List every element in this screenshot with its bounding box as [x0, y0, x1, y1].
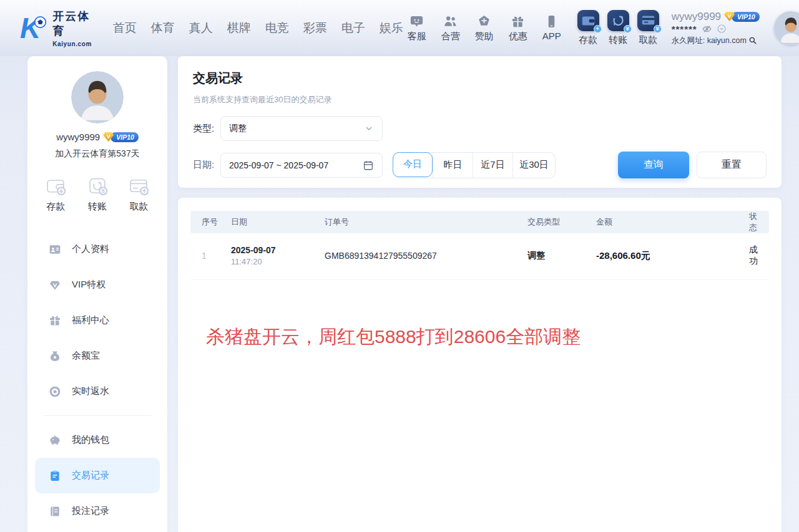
- sidebar-item-label: 实时返水: [72, 385, 109, 397]
- col-header-amount: 金额: [596, 216, 749, 228]
- date-filter-row: 日期: 2025-09-07 ~ 2025-09-07 今日 昨日 近7日 近3…: [193, 152, 767, 178]
- type-select[interactable]: 调整: [220, 116, 383, 141]
- transfer-icon: ¥: [607, 10, 629, 31]
- date-range-presets: 今日 昨日 近7日 近30日: [393, 152, 556, 178]
- sponsor-link[interactable]: 赞助: [474, 14, 495, 42]
- promotions-link[interactable]: 优惠: [507, 14, 529, 42]
- topbar: K 开云体育 Kaiyun.com 首页 体育 真人 棋牌 电竞 彩票 电子 娱…: [0, 0, 799, 56]
- permanent-url-label: 永久网址: kaiyun.com: [672, 36, 747, 46]
- quick-link-label: 合营: [441, 31, 460, 42]
- sidebar-item-wallet[interactable]: 我的钱包: [35, 422, 160, 458]
- nav-item-live[interactable]: 真人: [186, 17, 216, 39]
- range-today-button[interactable]: 今日: [393, 152, 433, 177]
- logo-k-mark: K: [19, 12, 47, 44]
- red-annotation-text: 杀猪盘开云，周红包5888打到28606全部调整: [206, 324, 581, 350]
- sidebar-item-label: 福利中心: [72, 314, 109, 326]
- sidebar-item-label: 交易记录: [72, 470, 109, 481]
- piggy-bank-icon: [49, 434, 61, 447]
- app-download-link[interactable]: APP: [541, 14, 562, 42]
- date-range-input[interactable]: 2025-09-07 ~ 2025-09-07: [220, 153, 383, 178]
- nav-item-esports[interactable]: 电竞: [262, 17, 292, 39]
- logo-text: 开云体育 Kaiyun.com: [52, 9, 96, 47]
- sidebar-username: wywy9999: [56, 132, 100, 142]
- page-body: wywy9999 V VIP10 加入开云体育第537天 存款: [0, 56, 799, 532]
- sidebar-item-label: 我的钱包: [72, 434, 109, 446]
- transfer-button[interactable]: ¥ 转账: [607, 10, 629, 46]
- gift-icon: [511, 14, 525, 29]
- sidebar-transfer-button[interactable]: 转账: [86, 175, 109, 213]
- deposit-button[interactable]: + 存款: [577, 10, 599, 46]
- sidebar-item-bets[interactable]: 投注记录: [35, 493, 160, 529]
- range-7days-button[interactable]: 近7日: [473, 153, 512, 178]
- quick-action-label: 取款: [130, 201, 149, 213]
- quick-link-label: 赞助: [475, 31, 494, 42]
- sidebar-item-label: 余额宝: [72, 350, 100, 362]
- brand-logo[interactable]: K 开云体育 Kaiyun.com: [19, 9, 96, 47]
- sidebar-item-welfare[interactable]: 福利中心: [35, 302, 160, 338]
- quick-links: 客服 合营 赞助: [406, 14, 562, 42]
- cell-index: 1: [190, 251, 231, 261]
- withdraw-button[interactable]: ¥ 取款: [637, 10, 659, 46]
- page-subtitle: 当前系统支持查询最近30日的交易记录: [193, 94, 767, 105]
- sidebar-item-rebate[interactable]: 实时返水: [35, 374, 160, 409]
- avatar[interactable]: [774, 11, 799, 45]
- clipboard-icon: [49, 470, 61, 482]
- nav-item-sports[interactable]: 体育: [148, 17, 178, 39]
- eye-off-icon[interactable]: [702, 24, 712, 34]
- type-filter-row: 类型: 调整: [193, 116, 767, 141]
- transactions-table-card: 序号 日期 订单号 交易类型 金额 状态 1 2025-09-07 11:47:…: [178, 198, 782, 532]
- calendar-icon[interactable]: [363, 160, 374, 171]
- sidebar-item-label: 个人资料: [72, 243, 109, 255]
- quick-link-label: APP: [542, 31, 561, 41]
- avatar-image: [71, 71, 124, 123]
- sidebar: wywy9999 V VIP10 加入开云体育第537天 存款: [27, 56, 167, 532]
- transfer-icon: [86, 175, 109, 198]
- vip-level-label: VIP10: [732, 12, 760, 22]
- filter-card: 交易记录 当前系统支持查询最近30日的交易记录 类型: 调整 日期: 2025-…: [178, 56, 782, 188]
- gem-icon: [49, 279, 61, 291]
- sidebar-item-profile[interactable]: 个人资料: [35, 231, 160, 267]
- sidebar-item-yuebao[interactable]: 余额宝: [35, 338, 160, 374]
- range-30days-button[interactable]: 近30日: [512, 153, 555, 178]
- brand-name: 开云体育: [52, 9, 96, 39]
- partners-link[interactable]: 合营: [440, 14, 461, 42]
- username: wywy9999: [672, 11, 721, 23]
- sidebar-item-transactions[interactable]: 交易记录: [35, 458, 160, 493]
- sidebar-quick-actions: 存款 转账: [27, 175, 167, 213]
- nav-item-chess[interactable]: 棋牌: [224, 17, 254, 39]
- table-row: 1 2025-09-07 11:47:20 GMB689139412795550…: [190, 233, 769, 280]
- col-header-index: 序号: [190, 216, 231, 228]
- range-yesterday-button[interactable]: 昨日: [433, 153, 473, 178]
- type-select-value: 调整: [229, 123, 364, 134]
- sidebar-avatar: [71, 71, 124, 123]
- nav-item-lottery[interactable]: 彩票: [300, 17, 330, 39]
- topbar-right: 客服 合营 赞助: [406, 10, 799, 46]
- cell-transaction-type: 调整: [527, 250, 596, 261]
- reset-button[interactable]: 重置: [697, 152, 767, 178]
- customer-service-link[interactable]: 客服: [406, 14, 428, 42]
- sidebar-item-vip[interactable]: VIP特权: [35, 267, 160, 302]
- quick-action-label: 存款: [47, 201, 66, 213]
- nav-item-slots[interactable]: 电子: [338, 17, 368, 39]
- quick-link-label: 客服: [408, 31, 426, 42]
- chat-bubble-icon: [409, 14, 424, 29]
- wallet-link-label: 转账: [609, 34, 627, 46]
- nav-item-entertainment[interactable]: 娱乐: [376, 17, 406, 39]
- vip-badge: V VIP10: [103, 132, 139, 142]
- search-button[interactable]: 查询: [618, 152, 689, 178]
- table-header-row: 序号 日期 订单号 交易类型 金额 状态: [190, 211, 769, 233]
- chevron-down-icon: [364, 123, 374, 133]
- nav-item-home[interactable]: 首页: [110, 17, 140, 39]
- sidebar-deposit-button[interactable]: 存款: [44, 175, 67, 213]
- sidebar-divider: [44, 415, 151, 416]
- col-header-order: 订单号: [325, 216, 527, 228]
- withdraw-card-icon: [127, 175, 150, 198]
- user-block: wywy9999 V VIP10 ****** 永久网址: kaiyun.com: [672, 11, 767, 46]
- money-bag-icon: [49, 350, 61, 362]
- col-header-date: 日期: [231, 216, 325, 228]
- smartphone-icon: [544, 14, 559, 29]
- quick-action-label: 转账: [88, 201, 107, 213]
- cell-datetime: 2025-09-07 11:47:20: [231, 245, 325, 266]
- chevron-down-circle-icon[interactable]: [717, 24, 727, 34]
- sidebar-withdraw-button[interactable]: 取款: [127, 175, 150, 213]
